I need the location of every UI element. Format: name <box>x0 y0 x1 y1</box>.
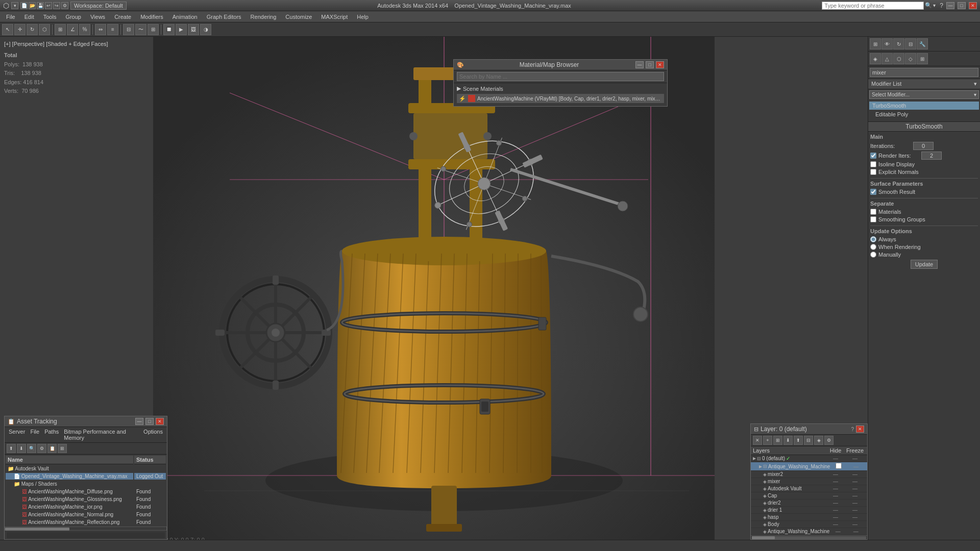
quick-render-btn[interactable]: ▶ <box>176 24 187 35</box>
mat-search-input[interactable] <box>457 72 664 81</box>
modifier-list-expand[interactable]: ▾ <box>974 81 977 87</box>
menu-create[interactable]: Create <box>110 13 135 21</box>
layer-scrollbar[interactable] <box>751 535 867 539</box>
asset-close-btn[interactable]: ✕ <box>156 418 164 425</box>
settings-btn[interactable]: ⚙ <box>61 2 68 9</box>
layer-row-drier1[interactable]: ◈ drier 1 — — <box>751 507 867 514</box>
asset-menu-bitmap[interactable]: Bitmap Performance and Memory <box>62 428 140 441</box>
layer-row-hasp[interactable]: ◈ hasp — — <box>751 514 867 521</box>
ts-render-iters-input[interactable] <box>921 152 942 160</box>
layer-tool-move-down[interactable]: ⬇ <box>783 436 793 445</box>
minimize-btn[interactable]: — <box>946 2 954 9</box>
layer-tool-add[interactable]: + <box>763 436 772 445</box>
layer-antique-hide[interactable] <box>830 463 847 470</box>
asset-scrollbar[interactable] <box>5 527 167 531</box>
layer-row-body[interactable]: ◈ Body — — <box>751 521 867 528</box>
layer-row-cap[interactable]: ◈ Cap — — <box>751 492 867 499</box>
right-icon-a[interactable]: ◈ <box>870 53 881 64</box>
active-shade-btn[interactable]: ◑ <box>200 24 211 35</box>
expand-icon[interactable]: ▶ <box>457 85 461 92</box>
layer-antique-hide-check[interactable] <box>836 463 842 469</box>
mat-browser-close[interactable]: ✕ <box>656 61 664 68</box>
ts-when-rendering-radio[interactable] <box>870 244 876 250</box>
viewport-area[interactable]: [+] [Perspective] [Shaded + Edged Faces]… <box>0 37 868 551</box>
layer-row-antique2[interactable]: ◈ Antique_Washing_Machine — — <box>751 528 867 535</box>
layer-0-expand[interactable]: ▶ <box>753 456 756 461</box>
align-btn[interactable]: ≡ <box>107 24 118 35</box>
modifier-editable-poly[interactable]: Editable Poly <box>869 110 979 118</box>
modifier-name-input[interactable] <box>870 68 978 77</box>
layer-row-mixer[interactable]: ◈ mixer — — <box>751 478 867 485</box>
menu-maxscript[interactable]: MAXScript <box>317 13 352 21</box>
schematic-view-btn[interactable]: ⊞ <box>148 24 159 35</box>
layer-row-antique[interactable]: ▶ ⊟ Antique_Washing_Machine — <box>751 462 867 471</box>
modifier-turbosmooth[interactable]: TurboSmooth <box>869 102 979 110</box>
redo-btn[interactable]: ↪ <box>53 2 60 9</box>
right-icon-util[interactable]: 🔧 <box>917 38 928 49</box>
select-btn[interactable]: ↖ <box>2 24 13 35</box>
layer-row-0-default[interactable]: ▶ ⊟ 0 (default) ✓ — — <box>751 455 867 462</box>
ts-update-btn[interactable]: Update <box>911 260 938 269</box>
render-frame-btn[interactable]: 🖼 <box>188 24 199 35</box>
right-icon-display[interactable]: 👁 <box>881 38 893 49</box>
ts-always-radio[interactable] <box>870 236 876 242</box>
ts-render-checkbox[interactable] <box>870 153 876 159</box>
right-icon-e[interactable]: ⊞ <box>917 53 928 64</box>
mat-browser-maximize[interactable]: □ <box>646 61 654 68</box>
material-item[interactable]: ⚡ AncientWashingMachine (VRayMtl) [Body,… <box>457 94 664 103</box>
curve-editor-btn[interactable]: 〜 <box>135 24 146 35</box>
search-input[interactable] <box>822 2 924 10</box>
layer-tool-filter[interactable]: ⊟ <box>804 436 813 445</box>
menu-group[interactable]: Group <box>61 13 85 21</box>
layer-close-btn[interactable]: ✕ <box>856 425 864 433</box>
asset-row-max-file[interactable]: 📄 Opened_Vintage_Washing_Machine_vray.ma… <box>6 473 166 480</box>
asset-menu-options[interactable]: Options <box>141 428 165 441</box>
undo-btn[interactable]: ↩ <box>45 2 52 9</box>
right-icon-hier[interactable]: ⊟ <box>905 38 916 49</box>
layer-manager-btn[interactable]: ⊟ <box>123 24 134 35</box>
menu-customize[interactable]: Customize <box>281 13 316 21</box>
ts-smooth-result-checkbox[interactable] <box>870 189 876 195</box>
right-icon-d[interactable]: ◇ <box>905 53 916 64</box>
snap-btn[interactable]: ⊞ <box>55 24 66 35</box>
menu-graph-editors[interactable]: Graph Editors <box>203 13 246 21</box>
right-icon-command[interactable]: ⊞ <box>870 38 881 49</box>
rotate-btn[interactable]: ↻ <box>27 24 38 35</box>
asset-menu-server[interactable]: Server <box>7 428 27 441</box>
asset-menu-paths[interactable]: Paths <box>42 428 61 441</box>
ts-isoline-checkbox[interactable] <box>870 161 876 167</box>
angle-snap-btn[interactable]: ∠ <box>67 24 78 35</box>
layer-row-mixer2[interactable]: ◈ mixer2 — — <box>751 471 867 478</box>
menu-help[interactable]: Help <box>353 13 373 21</box>
save-btn[interactable]: 💾 <box>37 2 44 9</box>
menu-rendering[interactable]: Rendering <box>247 13 281 21</box>
asset-tool-3[interactable]: 🔍 <box>27 444 36 453</box>
menu-views[interactable]: Views <box>86 13 109 21</box>
workspace-dropdown[interactable]: Workspace: Default <box>70 2 127 10</box>
asset-tool-4[interactable]: ⚙ <box>37 444 46 453</box>
asset-tool-6[interactable]: ⊞ <box>58 444 67 453</box>
maximize-btn[interactable]: □ <box>958 2 966 9</box>
menu-animation[interactable]: Animation <box>168 13 202 21</box>
menu-tools[interactable]: Tools <box>39 13 61 21</box>
ts-iterations-input[interactable] <box>913 142 934 150</box>
layer-row-drier2[interactable]: ◈ drier2 — — <box>751 499 867 507</box>
percent-snap-btn[interactable]: % <box>79 24 90 35</box>
mat-browser-minimize[interactable]: — <box>635 61 644 68</box>
layer-tool-options[interactable]: ⚙ <box>824 436 834 445</box>
menu-modifiers[interactable]: Modifiers <box>136 13 167 21</box>
new-btn[interactable]: 📄 <box>20 2 28 9</box>
question-icon[interactable]: ? <box>940 2 943 9</box>
layer-help-btn[interactable]: ? <box>851 427 854 432</box>
scale-btn[interactable]: ⬡ <box>39 24 50 35</box>
ts-explicit-normals-checkbox[interactable] <box>870 169 876 175</box>
title-menu-btn[interactable]: ▾ <box>11 2 18 9</box>
render-setup-btn[interactable]: 🔲 <box>163 24 175 35</box>
layer-tool-select[interactable]: ◈ <box>814 436 823 445</box>
right-icon-c[interactable]: ⬡ <box>893 53 904 64</box>
menu-file[interactable]: File <box>2 13 19 21</box>
move-btn[interactable]: ✛ <box>14 24 26 35</box>
asset-tool-5[interactable]: 📋 <box>47 444 57 453</box>
layer-row-wheel[interactable]: ◈ Autodesk Vault — — <box>751 485 867 492</box>
right-icon-motion[interactable]: ↻ <box>893 38 904 49</box>
